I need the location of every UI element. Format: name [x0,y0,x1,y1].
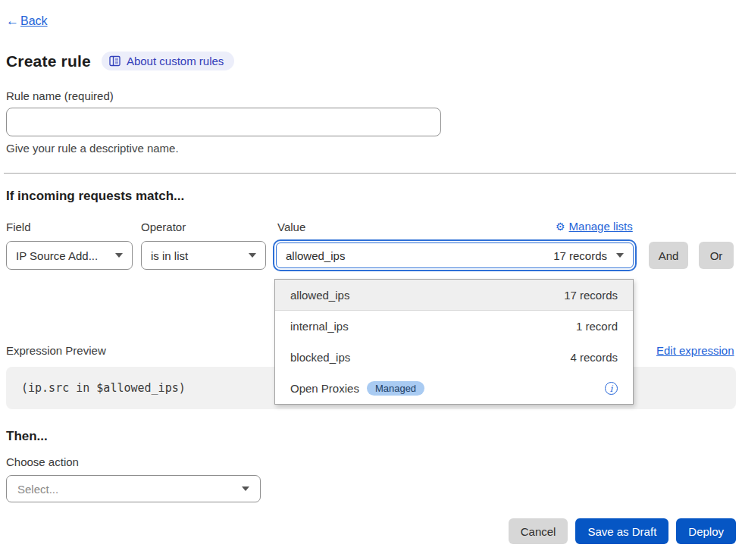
info-icon[interactable]: i [605,382,618,395]
footer-actions: Cancel Save as Draft Deploy [0,518,736,544]
value-dropdown-menu: allowed_ips 17 records internal_ips 1 re… [274,279,634,405]
manage-lists-link[interactable]: ⚙ Manage lists [556,220,633,233]
field-label: Field [6,221,31,233]
field-select-value: IP Source Add... [16,249,98,262]
chevron-down-icon [242,486,249,491]
choose-action-label: Choose action [6,455,79,468]
managed-badge: Managed [367,381,424,396]
list-item-name: blocked_ips [290,351,350,364]
book-icon [109,55,121,67]
deploy-button[interactable]: Deploy [676,518,736,544]
back-nav[interactable]: ← Back [6,14,48,29]
or-button[interactable]: Or [699,242,734,269]
rule-name-helper: Give your rule a descriptive name. [6,142,179,155]
value-select-meta: 17 records [553,249,607,262]
chevron-down-icon [616,253,624,258]
list-item-name: allowed_ips [290,289,349,302]
expression-preview-label: Expression Preview [6,344,106,357]
action-select-placeholder: Select... [17,483,58,496]
page-title: Create rule [6,52,91,70]
list-item-name: internal_ips [290,320,349,333]
value-select-focus-ring: allowed_ips 17 records [273,239,637,271]
edit-expression-link[interactable]: Edit expression [656,344,734,357]
list-item-allowed-ips[interactable]: allowed_ips 17 records [275,280,633,311]
then-section-heading: Then... [6,429,48,444]
expression-code: (ip.src in $allowed_ips) [21,381,186,395]
value-select-value: allowed_ips [286,249,345,262]
field-select[interactable]: IP Source Add... [6,241,133,270]
rule-name-label: Rule name (required) [6,89,114,102]
list-item-internal-ips[interactable]: internal_ips 1 record [275,311,633,342]
back-arrow-icon: ← [6,14,19,29]
value-select[interactable]: allowed_ips 17 records [276,242,634,268]
section-divider [4,173,736,174]
cancel-button[interactable]: Cancel [509,518,568,544]
create-rule-page: ← Back Create rule About custom rules Ru… [0,0,742,560]
operator-label: Operator [141,221,186,233]
action-select[interactable]: Select... [6,475,261,502]
value-label: Value [277,221,305,233]
list-item-name: Open Proxies [290,382,359,395]
about-badge-label: About custom rules [127,55,224,67]
about-custom-rules-link[interactable]: About custom rules [102,52,234,70]
gear-icon: ⚙ [556,221,565,232]
rule-name-input[interactable] [6,108,441,136]
chevron-down-icon [249,253,256,258]
operator-select[interactable]: is in list [141,241,266,270]
manage-lists-label: Manage lists [569,220,633,233]
list-item-meta: 1 record [576,320,618,333]
list-item-meta: 17 records [564,289,618,302]
chevron-down-icon [115,253,123,258]
save-as-draft-button[interactable]: Save as Draft [575,518,668,544]
list-item-meta: 4 records [570,351,618,364]
list-item-blocked-ips[interactable]: blocked_ips 4 records [275,342,633,373]
and-button[interactable]: And [649,242,688,269]
list-item-open-proxies[interactable]: Open Proxies Managed i [275,373,633,404]
match-section-heading: If incoming requests match... [6,189,184,204]
title-row: Create rule About custom rules [6,52,234,70]
back-link[interactable]: Back [20,14,48,28]
operator-select-value: is in list [151,249,188,262]
